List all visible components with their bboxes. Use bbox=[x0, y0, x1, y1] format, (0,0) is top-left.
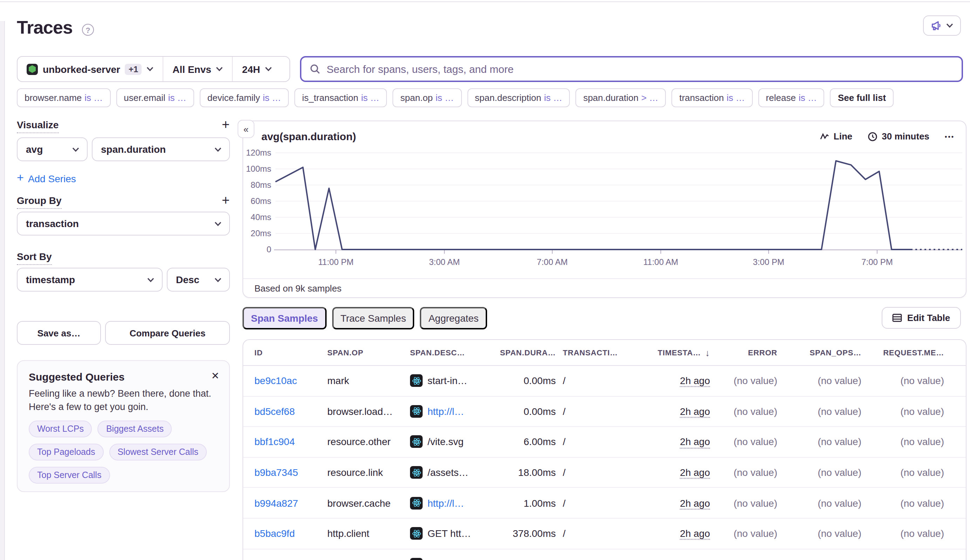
chart-header: avg(span.duration) Line 30 minutes ••• bbox=[243, 121, 966, 142]
cell-id: bd5cef68 bbox=[254, 406, 327, 417]
save-as-button[interactable]: Save as… bbox=[17, 321, 101, 345]
column-header-span-description[interactable]: SPAN.DESC… bbox=[410, 348, 495, 357]
column-header-timestamp[interactable]: TIMESTA…↓ bbox=[641, 347, 717, 358]
clock-icon bbox=[868, 132, 877, 141]
tab-aggregates[interactable]: Aggregates bbox=[420, 307, 487, 329]
column-header-error[interactable]: ERROR bbox=[717, 348, 784, 357]
column-header-span-duration[interactable]: SPAN.DURA… bbox=[495, 348, 563, 357]
transaction-value: / bbox=[563, 436, 566, 448]
suggested-query-worst-lcps[interactable]: Worst LCPs bbox=[29, 421, 92, 438]
suggested-query-top-pageloads[interactable]: Top Pageloads bbox=[29, 444, 103, 461]
column-header-span-ops[interactable]: SPAN_OPS… bbox=[784, 348, 868, 357]
chart-interval-control[interactable]: 30 minutes bbox=[868, 131, 929, 142]
react-icon bbox=[410, 527, 423, 540]
span-id-link[interactable]: b5bac9fd bbox=[254, 528, 295, 539]
line-chart[interactable]: 120ms100ms80ms60ms40ms20ms011:00 PM3:00 … bbox=[243, 149, 966, 280]
span-description-text: /assets… bbox=[428, 467, 468, 478]
cell-span-description: https://… bbox=[410, 558, 495, 560]
filter-chip-span-description[interactable]: span.descriptionis … bbox=[467, 88, 570, 107]
line-chart-icon bbox=[820, 132, 830, 140]
search-input[interactable] bbox=[327, 63, 953, 75]
cell-request-method: (no value) bbox=[868, 436, 951, 448]
filter-chip-is-transaction[interactable]: is_transactionis … bbox=[294, 88, 387, 107]
timestamp-value[interactable]: 2h ago bbox=[680, 497, 710, 508]
cell-request-method: (no value) bbox=[868, 558, 951, 560]
date-range-selector[interactable]: 24H bbox=[233, 57, 281, 81]
span-id-link[interactable]: b41bfb26 bbox=[254, 558, 295, 560]
add-group-by-button[interactable]: + bbox=[219, 193, 233, 207]
span-duration-value: 276.00ms bbox=[513, 558, 556, 560]
chart-overflow-menu-icon[interactable]: ••• bbox=[945, 133, 955, 140]
suggested-query-top-server-calls[interactable]: Top Server Calls bbox=[29, 467, 110, 484]
span-id-link[interactable]: be9c10ac bbox=[254, 375, 297, 387]
cell-request-method: (no value) bbox=[868, 528, 951, 539]
request-method-value: (no value) bbox=[900, 375, 944, 387]
sort-field-select[interactable]: timestamp bbox=[17, 268, 163, 292]
span-id-link[interactable]: bbf1c904 bbox=[254, 436, 295, 448]
timestamp-value[interactable]: 2h ago bbox=[680, 436, 710, 448]
column-header-transaction[interactable]: TRANSACTI… bbox=[563, 348, 641, 357]
span-description-text: /vite.svg bbox=[428, 436, 463, 448]
chip-field: span.op bbox=[400, 93, 433, 103]
compare-queries-button[interactable]: Compare Queries bbox=[105, 321, 230, 345]
span-description-link[interactable]: http://l… bbox=[428, 497, 464, 508]
cell-request-method: (no value) bbox=[868, 375, 951, 387]
filter-chip-release[interactable]: releaseis … bbox=[758, 88, 825, 107]
span-description-link[interactable]: https://… bbox=[428, 558, 467, 560]
column-header-id[interactable]: ID bbox=[254, 348, 327, 357]
filter-chip-user-email[interactable]: user.emailis … bbox=[116, 88, 194, 107]
tab-trace-samples[interactable]: Trace Samples bbox=[332, 307, 414, 329]
cell-id: b9ba7345 bbox=[254, 467, 327, 478]
sort-direction-select[interactable]: Desc bbox=[167, 268, 230, 292]
search-bar bbox=[300, 56, 963, 82]
cell-span-op: resource.other bbox=[327, 436, 410, 448]
suggested-query-slowest-server-calls[interactable]: Slowest Server Calls bbox=[109, 444, 207, 461]
tab-span-samples[interactable]: Span Samples bbox=[242, 307, 326, 329]
timestamp-value[interactable]: 2h ago bbox=[680, 406, 710, 417]
column-header-span-op[interactable]: SPAN.OP bbox=[327, 348, 410, 357]
span-id-link[interactable]: b9ba7345 bbox=[254, 467, 298, 478]
span-duration-value: 378.00ms bbox=[513, 528, 556, 539]
whats-new-button[interactable] bbox=[923, 15, 961, 36]
filter-chip-browser-name[interactable]: browser.nameis … bbox=[17, 88, 110, 107]
filter-chip-device-family[interactable]: device.familyis … bbox=[200, 88, 289, 107]
cell-span-ops: (no value) bbox=[784, 375, 868, 387]
svg-text:3:00 PM: 3:00 PM bbox=[753, 257, 784, 267]
timestamp-value[interactable]: 2h ago bbox=[680, 375, 710, 387]
see-full-list-button[interactable]: See full list bbox=[830, 88, 893, 107]
suggested-queries-panel: Suggested Queries ✕ Feeling like a newb?… bbox=[17, 360, 230, 492]
table-row: b9ba7345resource.link /assets…18.00ms/2h… bbox=[243, 458, 966, 488]
column-label: SPAN.DURA… bbox=[500, 348, 556, 357]
project-selector[interactable]: unborked-server +1 bbox=[18, 57, 163, 81]
span-id-link[interactable]: b994a827 bbox=[254, 497, 298, 508]
filter-chip-span-op[interactable]: span.opis … bbox=[393, 88, 462, 107]
megaphone-icon bbox=[931, 20, 943, 31]
suggested-query-biggest-assets[interactable]: Biggest Assets bbox=[98, 421, 172, 438]
add-series-button[interactable]: + Add Series bbox=[17, 172, 76, 185]
column-header-request-method[interactable]: REQUEST.ME… bbox=[868, 348, 951, 357]
environment-selector[interactable]: All Envs bbox=[163, 57, 232, 81]
span-duration-value: 18.00ms bbox=[518, 467, 556, 478]
page-filter-bar: unborked-server +1 All Envs 24H bbox=[17, 56, 290, 82]
aggregate-select[interactable]: avg bbox=[17, 137, 88, 161]
edit-table-button[interactable]: Edit Table bbox=[882, 307, 961, 329]
help-icon[interactable]: ? bbox=[82, 24, 94, 36]
add-visualize-button[interactable]: + bbox=[219, 118, 233, 132]
timestamp-value[interactable]: 2h ago bbox=[680, 467, 710, 478]
timestamp-value[interactable]: 2h ago bbox=[680, 558, 710, 560]
group-by-select[interactable]: transaction bbox=[17, 212, 230, 235]
close-icon[interactable]: ✕ bbox=[211, 370, 219, 381]
table-body: be9c10acmark start-in…0.00ms/2h ago(no v… bbox=[243, 366, 966, 560]
chart-type-control[interactable]: Line bbox=[820, 131, 852, 142]
filter-chip-span-duration[interactable]: span.duration> … bbox=[575, 88, 666, 107]
collapse-sidebar-button[interactable]: « bbox=[238, 120, 254, 138]
table-row: be9c10acmark start-in…0.00ms/2h ago(no v… bbox=[243, 366, 966, 396]
timestamp-value[interactable]: 2h ago bbox=[680, 528, 710, 539]
filter-chip-transaction[interactable]: transactionis … bbox=[672, 88, 752, 107]
span-id-link[interactable]: bd5cef68 bbox=[254, 406, 295, 417]
cell-error: (no value) bbox=[717, 528, 784, 539]
span-description-link[interactable]: http://l… bbox=[428, 406, 464, 417]
visualize-field-select[interactable]: span.duration bbox=[92, 137, 230, 161]
svg-text:80ms: 80ms bbox=[250, 180, 271, 190]
cell-timestamp: 2h ago bbox=[641, 528, 717, 539]
